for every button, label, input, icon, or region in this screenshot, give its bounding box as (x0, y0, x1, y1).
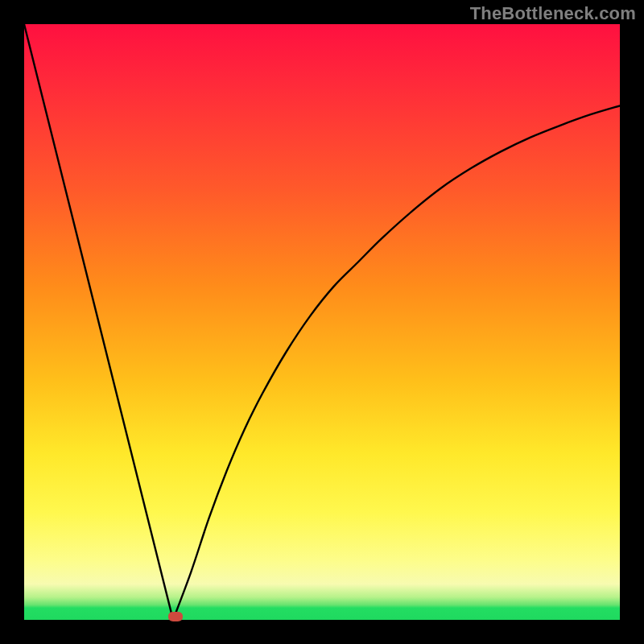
curve-left-branch (24, 24, 173, 620)
chart-container: TheBottleneck.com (0, 0, 644, 644)
curve-right-branch (173, 105, 620, 620)
curve-layer (24, 24, 620, 620)
curve-group (24, 24, 620, 620)
plot-area (24, 24, 620, 620)
minimum-marker (168, 612, 183, 621)
watermark-text: TheBottleneck.com (470, 3, 636, 24)
